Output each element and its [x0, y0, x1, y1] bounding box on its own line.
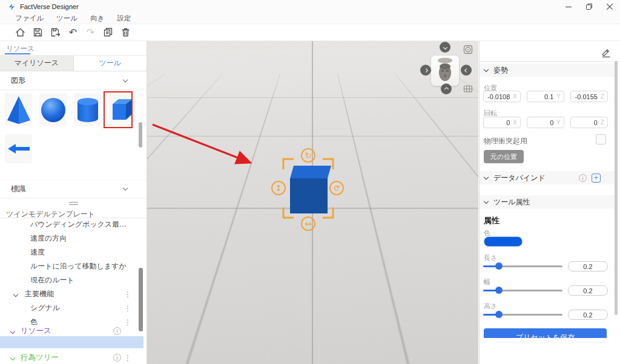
orbit-right-button[interactable]: [420, 65, 431, 76]
chevron-down-icon: [484, 67, 489, 72]
more-menu-icon[interactable]: [124, 354, 131, 362]
divider: [480, 61, 620, 62]
menu-orientation[interactable]: 向き: [90, 14, 104, 23]
active-tab-underline: [5, 53, 30, 54]
section-signs[interactable]: 標識: [0, 180, 147, 198]
length-value-field[interactable]: 0.2: [568, 261, 608, 271]
rotation-z-field[interactable]: 0Z: [570, 117, 608, 128]
chevron-up-icon: [444, 86, 448, 91]
copy-button[interactable]: [99, 25, 117, 40]
section-databind[interactable]: データバインド: [480, 171, 615, 184]
pencil-icon: [601, 47, 612, 58]
selected-cube[interactable]: [290, 166, 331, 213]
chevron-down-icon: [484, 199, 489, 204]
save-as-button[interactable]: [47, 25, 64, 40]
move-vertical-icon: ↕: [275, 183, 282, 193]
panel-tab-resources[interactable]: リソース: [6, 44, 35, 53]
home-button[interactable]: [12, 25, 29, 40]
shape-sphere[interactable]: [39, 93, 67, 126]
undo-button[interactable]: [64, 25, 82, 40]
width-value-field[interactable]: 0.2: [568, 285, 608, 296]
viewport-overlay: ↻ ↕ ↻ ↔: [147, 41, 478, 364]
group-resources[interactable]: リソース: [0, 325, 143, 337]
selected-row-highlight[interactable]: [0, 336, 143, 348]
view-orientation-cube[interactable]: [431, 56, 459, 86]
orbit-left-button[interactable]: [461, 65, 472, 76]
minimize-button[interactable]: [558, 0, 579, 13]
height-label: 高さ: [484, 302, 497, 311]
scrollbar-thumb[interactable]: [615, 61, 618, 315]
cylinder-icon: [74, 94, 101, 125]
info-icon[interactable]: [113, 327, 121, 335]
more-menu-icon[interactable]: [124, 290, 131, 299]
focus-selection-button[interactable]: [463, 44, 473, 55]
color-swatch[interactable]: [484, 236, 523, 247]
chevron-down-icon[interactable]: [13, 291, 18, 296]
inspector-panel: 姿勢 位置 -0.0108X 0.1Y -0.0155Z 回転 0X 0Y 0Z…: [479, 41, 620, 364]
close-button[interactable]: [599, 0, 620, 13]
rotation-x-field[interactable]: 0X: [483, 117, 521, 128]
slider-thumb[interactable]: [495, 311, 503, 318]
height-value-field[interactable]: 0.2: [568, 310, 608, 320]
orbit-up-button[interactable]: [441, 83, 452, 94]
list-item[interactable]: バウンディングボックス最…: [0, 218, 143, 232]
shape-arrow-left[interactable]: [5, 134, 32, 163]
chevron-down-icon: [123, 77, 128, 82]
tab-tools[interactable]: ツール: [74, 56, 147, 71]
list-item-signal[interactable]: シグナル: [0, 301, 143, 315]
3d-viewport[interactable]: ↻ ↕ ↻ ↔: [147, 41, 478, 364]
section-pose[interactable]: 姿勢: [480, 63, 615, 77]
grid-view-button[interactable]: [463, 83, 473, 94]
list-item[interactable]: 現在のルート: [0, 273, 143, 287]
trash-icon: [120, 27, 131, 38]
orbit-down-button[interactable]: [440, 42, 450, 53]
maximize-button[interactable]: [579, 0, 599, 13]
list-item[interactable]: 速度の方向: [0, 232, 143, 245]
menu-tools[interactable]: ツール: [56, 14, 78, 23]
save-icon: [32, 27, 44, 38]
save-as-icon: [50, 27, 61, 38]
slider-thumb[interactable]: [495, 262, 503, 270]
add-databind-icon[interactable]: [592, 174, 601, 183]
list-item-main-functions[interactable]: 主要機能: [0, 287, 143, 301]
shape-pyramid[interactable]: [5, 93, 32, 126]
chevron-left-icon: [464, 68, 468, 72]
rotation-y-field[interactable]: 0Y: [527, 117, 564, 128]
list-item[interactable]: ルートに沿って移動しますか: [0, 259, 143, 273]
physics-collision-checkbox[interactable]: [596, 134, 606, 145]
more-menu-icon[interactable]: [124, 304, 131, 313]
width-slider[interactable]: [483, 287, 562, 294]
section-signs-label: 標識: [11, 184, 25, 194]
menu-bar: ファイル ツール 向き 設定: [0, 13, 620, 24]
shape-cube[interactable]: [108, 93, 136, 126]
resource-sidebar: リソース マイリソース ツール 図形 標識 ツインモデルテンプレート バウンディ…: [0, 41, 147, 364]
reset-position-button[interactable]: 元の位置: [484, 150, 524, 163]
tab-my-resources[interactable]: マイリソース: [0, 56, 74, 71]
slider-thumb[interactable]: [495, 287, 503, 294]
delete-button[interactable]: [117, 25, 134, 40]
panel-resize-handle[interactable]: [69, 202, 78, 205]
move-horizontal-icon: ↔: [305, 219, 312, 229]
position-x-field[interactable]: -0.0108X: [483, 91, 521, 102]
group-behavior-tree[interactable]: 行為ツリー: [0, 352, 143, 363]
section-tool-attributes[interactable]: ツール属性: [480, 195, 615, 209]
info-icon[interactable]: [113, 354, 121, 362]
list-item[interactable]: 速度: [0, 245, 143, 259]
save-preset-button[interactable]: プリセットを保存: [484, 328, 607, 338]
section-shapes[interactable]: 図形: [0, 71, 147, 90]
position-z-field[interactable]: -0.0155Z: [570, 91, 608, 102]
scrollbar-thumb[interactable]: [139, 268, 143, 331]
scrollbar-thumb[interactable]: [139, 122, 142, 148]
edit-button[interactable]: [601, 47, 612, 60]
height-slider[interactable]: [483, 311, 562, 318]
cube-icon: [109, 94, 136, 125]
save-button[interactable]: [29, 25, 47, 40]
info-icon[interactable]: [579, 174, 587, 182]
menu-file[interactable]: ファイル: [15, 14, 44, 23]
menu-settings[interactable]: 設定: [117, 14, 131, 23]
length-slider[interactable]: [483, 262, 562, 270]
home-icon: [15, 27, 26, 38]
position-y-field[interactable]: 0.1Y: [527, 91, 564, 102]
attributes-title: 属性: [484, 215, 500, 226]
shape-cylinder[interactable]: [74, 93, 101, 126]
